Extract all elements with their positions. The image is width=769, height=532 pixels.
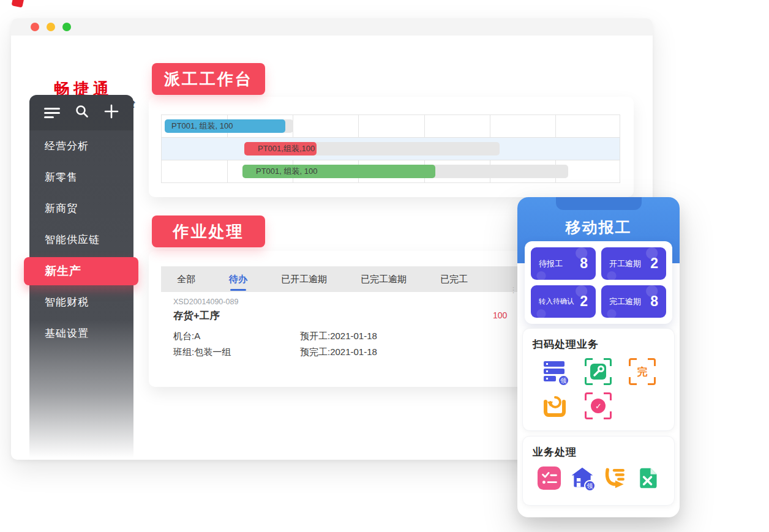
- scan-complete-icon[interactable]: 完: [629, 358, 656, 385]
- dispatch-workbench-banner: 派工工作台: [152, 63, 265, 95]
- sidebar-item-new-production[interactable]: 新生产: [24, 257, 138, 285]
- sidebar-item-new-retail[interactable]: 新零售: [29, 162, 133, 193]
- sidebar-item-smart-supply-chain[interactable]: 智能供应链: [29, 224, 133, 255]
- stat-label: 转入待确认: [539, 297, 574, 306]
- biz-icon-grid: 领: [533, 466, 664, 490]
- doc-transfer-icon[interactable]: [602, 466, 627, 490]
- stat-pending-report-button[interactable]: 待报工 8: [531, 247, 596, 280]
- task-list-icon[interactable]: [537, 466, 561, 490]
- zoom-window-button[interactable]: [62, 23, 71, 31]
- warehouse-pick-badge: 领: [584, 480, 596, 492]
- gantt-row: PT001, 组装, 100: [162, 160, 620, 183]
- sidebar-item-new-trade[interactable]: 新商贸: [29, 193, 133, 224]
- scan-repair-icon[interactable]: [585, 358, 612, 385]
- tab-finished[interactable]: 已完工: [440, 266, 468, 292]
- job-title: 存货+工序: [173, 309, 220, 323]
- job-processing-banner: 作业处理: [152, 215, 265, 247]
- more-icon[interactable]: ⋮: [509, 285, 517, 294]
- gantt-bar-label: PT001, 组装, 100: [256, 165, 317, 178]
- gantt-bar-label: PT001, 组装, 100: [171, 119, 233, 133]
- job-plan-finish: 预完工:2021-01-18: [300, 347, 377, 358]
- gantt-track: PT001,组装,100: [244, 142, 500, 155]
- scan-section-title: 扫码处理业务: [533, 337, 664, 351]
- complete-glyph: 完: [629, 358, 656, 385]
- phone-notch: [556, 197, 642, 210]
- gantt-row: PT001,组装,100: [162, 138, 620, 160]
- decor-red-fragment: [12, 0, 24, 8]
- stat-start-overdue-button[interactable]: 开工逾期 2: [601, 247, 666, 280]
- job-plan-start: 预开工:2021-01-18: [300, 331, 377, 342]
- stat-value: 8: [650, 293, 658, 310]
- stat-transfer-confirm-button[interactable]: 转入待确认 2: [531, 285, 596, 318]
- scan-section: 扫码处理业务 领: [522, 328, 675, 431]
- tab-finished-overdue[interactable]: 已完工逾期: [361, 266, 407, 292]
- window-titlebar: [11, 18, 653, 36]
- tab-todo[interactable]: 待办: [229, 266, 247, 292]
- biz-section-title: 业务处理: [533, 445, 664, 459]
- dispatch-gantt-card: PT001, 组装, 100 PT001,组装,100 PT001, 组装, 1…: [149, 97, 634, 197]
- sidebar-menu: 经营分析 新零售 新商贸 智能供应链 新生产 智能财税 基础设置: [29, 130, 133, 349]
- job-machine: 机台:A: [173, 331, 200, 342]
- sidebar-item-smart-finance-tax[interactable]: 智能财税: [29, 287, 133, 318]
- stat-value: 2: [650, 255, 658, 272]
- warehouse-pick-icon[interactable]: 领: [570, 466, 595, 490]
- job-qty: 100: [493, 310, 507, 320]
- stat-label: 开工逾期: [609, 258, 641, 269]
- close-window-button[interactable]: [31, 23, 39, 31]
- tab-all[interactable]: 全部: [177, 266, 195, 292]
- stat-value: 2: [580, 293, 588, 310]
- gantt-row: PT001, 组装, 100: [162, 115, 620, 138]
- sidebar-nav: 经营分析 新零售 新商贸 智能供应链 新生产 智能财税 基础设置: [29, 95, 133, 458]
- biz-section: 业务处理: [522, 436, 675, 506]
- gantt-bar-label: PT001,组装,100: [258, 142, 315, 155]
- inbox-in-icon[interactable]: [541, 392, 568, 419]
- mobile-report-card: 移动报工 待报工 8 开工逾期 2 转入待确认 2 完工逾期 8 扫码处理业务: [517, 197, 680, 517]
- search-icon[interactable]: [75, 104, 89, 121]
- pick-badge: 领: [558, 375, 569, 386]
- minimize-window-button[interactable]: [47, 23, 55, 31]
- scan-pick-icon[interactable]: 领: [541, 358, 568, 385]
- stat-label: 完工逾期: [609, 296, 641, 307]
- job-team: 班组:包装一组: [173, 347, 231, 358]
- work-doc-icon[interactable]: [636, 466, 660, 490]
- sidebar-item-business-analysis[interactable]: 经营分析: [29, 130, 133, 162]
- stat-finish-overdue-button[interactable]: 完工逾期 8: [601, 285, 666, 318]
- stat-label: 待报工: [539, 258, 563, 269]
- gantt-track: PT001, 组装, 100: [165, 119, 293, 133]
- mobile-stats-panel: 待报工 8 开工逾期 2 转入待确认 2 完工逾期 8: [525, 241, 672, 324]
- scan-confirm-icon[interactable]: ✓: [585, 392, 612, 419]
- scan-icon-grid: 领 完: [533, 358, 664, 419]
- gantt-grid: PT001, 组装, 100 PT001,组装,100 PT001, 组装, 1…: [161, 114, 620, 183]
- stat-value: 8: [580, 255, 588, 272]
- job-doc-number: XSD20014090-089: [173, 298, 238, 306]
- sidebar-toolbar: [29, 95, 133, 130]
- gantt-track: PT001, 组装, 100: [242, 165, 568, 178]
- tab-started-overdue[interactable]: 已开工逾期: [281, 266, 327, 292]
- menu-icon[interactable]: [44, 105, 60, 121]
- sidebar-item-basic-settings[interactable]: 基础设置: [29, 318, 133, 349]
- page: 畅捷通 Chanjet 经营分析 新零售: [0, 0, 769, 532]
- plus-icon[interactable]: [104, 104, 119, 121]
